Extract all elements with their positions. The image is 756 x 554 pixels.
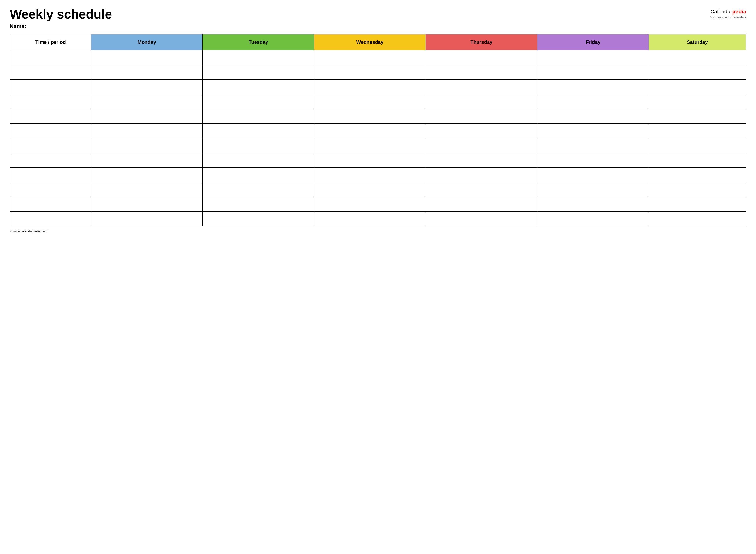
table-cell[interactable]	[649, 138, 746, 153]
table-cell[interactable]	[10, 167, 91, 182]
table-cell[interactable]	[314, 153, 426, 167]
table-cell[interactable]	[537, 182, 649, 197]
table-cell[interactable]	[537, 153, 649, 167]
table-cell[interactable]	[10, 212, 91, 226]
table-cell[interactable]	[426, 65, 537, 79]
table-cell[interactable]	[91, 197, 203, 212]
table-cell[interactable]	[10, 94, 91, 109]
table-cell[interactable]	[91, 79, 203, 94]
table-cell[interactable]	[314, 50, 426, 65]
table-cell[interactable]	[649, 109, 746, 123]
table-cell[interactable]	[314, 65, 426, 79]
table-cell[interactable]	[91, 65, 203, 79]
name-label: Name:	[10, 23, 112, 30]
table-cell[interactable]	[203, 79, 314, 94]
table-cell[interactable]	[91, 109, 203, 123]
table-cell[interactable]	[426, 167, 537, 182]
table-cell[interactable]	[537, 197, 649, 212]
table-cell[interactable]	[649, 94, 746, 109]
table-cell[interactable]	[203, 94, 314, 109]
table-cell[interactable]	[426, 123, 537, 138]
table-cell[interactable]	[649, 50, 746, 65]
table-cell[interactable]	[203, 167, 314, 182]
table-cell[interactable]	[426, 138, 537, 153]
table-row	[10, 212, 746, 226]
table-cell[interactable]	[426, 182, 537, 197]
table-cell[interactable]	[537, 79, 649, 94]
table-row	[10, 50, 746, 65]
table-cell[interactable]	[314, 182, 426, 197]
table-cell[interactable]	[649, 123, 746, 138]
table-cell[interactable]	[203, 182, 314, 197]
table-cell[interactable]	[314, 123, 426, 138]
table-cell[interactable]	[426, 94, 537, 109]
table-cell[interactable]	[203, 123, 314, 138]
col-header-monday: Monday	[91, 34, 203, 50]
table-cell[interactable]	[91, 123, 203, 138]
table-cell[interactable]	[203, 109, 314, 123]
table-cell[interactable]	[91, 94, 203, 109]
table-cell[interactable]	[203, 153, 314, 167]
table-cell[interactable]	[426, 109, 537, 123]
table-cell[interactable]	[10, 153, 91, 167]
table-cell[interactable]	[203, 212, 314, 226]
footer: © www.calendarpedia.com	[10, 229, 746, 233]
table-cell[interactable]	[10, 182, 91, 197]
table-cell[interactable]	[649, 153, 746, 167]
table-row	[10, 153, 746, 167]
table-cell[interactable]	[203, 65, 314, 79]
table-cell[interactable]	[10, 79, 91, 94]
table-cell[interactable]	[314, 167, 426, 182]
table-cell[interactable]	[91, 50, 203, 65]
table-cell[interactable]	[10, 138, 91, 153]
table-cell[interactable]	[203, 50, 314, 65]
logo-pedia-part: pedia	[732, 9, 746, 15]
table-cell[interactable]	[649, 182, 746, 197]
table-cell[interactable]	[537, 50, 649, 65]
table-cell[interactable]	[537, 123, 649, 138]
table-cell[interactable]	[649, 65, 746, 79]
table-cell[interactable]	[91, 153, 203, 167]
table-cell[interactable]	[10, 197, 91, 212]
col-header-thursday: Thursday	[426, 34, 537, 50]
table-cell[interactable]	[314, 212, 426, 226]
table-cell[interactable]	[314, 138, 426, 153]
table-row	[10, 79, 746, 94]
table-cell[interactable]	[426, 153, 537, 167]
table-cell[interactable]	[649, 212, 746, 226]
table-cell[interactable]	[426, 197, 537, 212]
col-header-saturday: Saturday	[649, 34, 746, 50]
table-cell[interactable]	[537, 94, 649, 109]
table-cell[interactable]	[426, 79, 537, 94]
table-row	[10, 167, 746, 182]
table-row	[10, 109, 746, 123]
logo-section: Calendarpedia Your source for calendars	[710, 9, 746, 19]
table-cell[interactable]	[426, 212, 537, 226]
table-cell[interactable]	[537, 212, 649, 226]
table-cell[interactable]	[649, 197, 746, 212]
table-cell[interactable]	[10, 65, 91, 79]
table-cell[interactable]	[10, 109, 91, 123]
table-cell[interactable]	[91, 138, 203, 153]
table-cell[interactable]	[314, 79, 426, 94]
table-cell[interactable]	[203, 197, 314, 212]
table-cell[interactable]	[314, 94, 426, 109]
table-header: Time / period Monday Tuesday Wednesday T…	[10, 34, 746, 50]
table-cell[interactable]	[649, 167, 746, 182]
table-cell[interactable]	[10, 123, 91, 138]
table-cell[interactable]	[91, 182, 203, 197]
schedule-body	[10, 50, 746, 226]
table-cell[interactable]	[91, 212, 203, 226]
table-cell[interactable]	[537, 167, 649, 182]
table-cell[interactable]	[537, 109, 649, 123]
table-cell[interactable]	[314, 109, 426, 123]
table-cell[interactable]	[537, 138, 649, 153]
table-cell[interactable]	[537, 65, 649, 79]
table-cell[interactable]	[203, 138, 314, 153]
table-cell[interactable]	[314, 197, 426, 212]
table-cell[interactable]	[91, 167, 203, 182]
table-cell[interactable]	[426, 50, 537, 65]
schedule-table: Time / period Monday Tuesday Wednesday T…	[10, 34, 746, 226]
table-cell[interactable]	[649, 79, 746, 94]
table-cell[interactable]	[10, 50, 91, 65]
